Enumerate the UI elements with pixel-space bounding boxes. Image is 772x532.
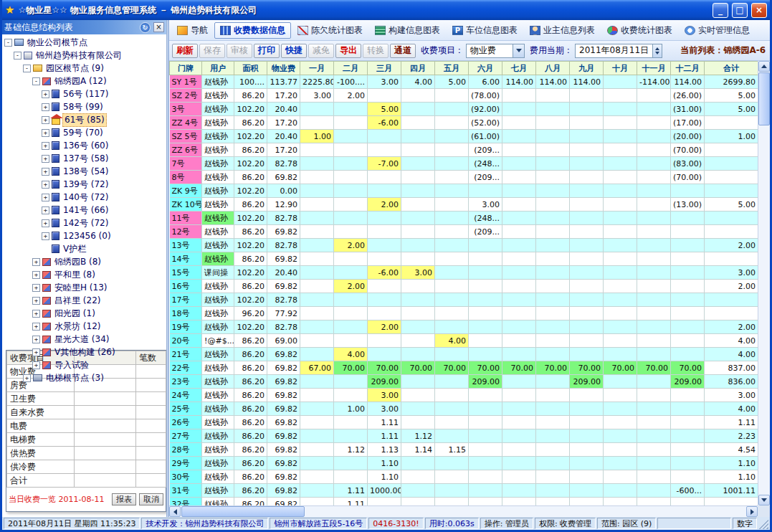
user-cell[interactable]: 赵钱孙 bbox=[202, 212, 234, 225]
month-cell[interactable]: -600... bbox=[671, 484, 705, 498]
month-cell[interactable]: (31.00) bbox=[671, 103, 705, 116]
tree-item[interactable]: +平和里 (8) bbox=[2, 268, 166, 281]
month-cell[interactable]: -6.00 bbox=[368, 266, 401, 280]
month-cell[interactable] bbox=[604, 252, 637, 266]
user-cell[interactable]: 赵钱孙 bbox=[202, 470, 234, 484]
month-cell[interactable] bbox=[300, 334, 334, 348]
month-cell[interactable] bbox=[300, 212, 334, 225]
month-cell[interactable] bbox=[401, 470, 435, 484]
expand-icon[interactable]: + bbox=[42, 168, 49, 176]
area-cell[interactable]: 86.20 bbox=[234, 280, 267, 293]
tree-item[interactable]: +安睦里H (13) bbox=[2, 281, 166, 294]
expand-icon[interactable]: + bbox=[42, 206, 49, 214]
month-cell[interactable] bbox=[536, 375, 570, 389]
month-cell[interactable] bbox=[502, 184, 536, 198]
month-cell[interactable]: 70.00 bbox=[334, 361, 368, 375]
month-cell[interactable] bbox=[604, 171, 637, 184]
fee-cell[interactable]: 69.82 bbox=[267, 280, 300, 293]
column-header[interactable]: 用户 bbox=[202, 62, 234, 75]
fee-cell[interactable]: 69.82 bbox=[267, 348, 300, 361]
month-cell[interactable] bbox=[536, 252, 570, 266]
month-cell[interactable]: (26.00) bbox=[671, 89, 705, 103]
month-cell[interactable] bbox=[502, 171, 536, 184]
date-spinner[interactable] bbox=[652, 44, 662, 57]
month-cell[interactable] bbox=[469, 443, 502, 457]
door-cell[interactable]: SZ 5号 bbox=[170, 130, 202, 143]
month-cell[interactable] bbox=[401, 103, 435, 116]
total-cell[interactable] bbox=[705, 498, 758, 506]
month-cell[interactable] bbox=[368, 334, 401, 348]
resize-grip[interactable] bbox=[758, 518, 768, 529]
month-cell[interactable]: 70.00 bbox=[502, 361, 536, 375]
door-cell[interactable]: 7号 bbox=[170, 157, 202, 171]
month-cell[interactable]: (92.00) bbox=[469, 103, 502, 116]
month-cell[interactable] bbox=[300, 171, 334, 184]
tab-fee-data[interactable]: 收费数据信息 bbox=[214, 22, 291, 39]
grid-row[interactable]: SZ 5号赵钱孙102.2020.401.00(61.00)(20.00)1.0… bbox=[170, 130, 758, 143]
month-cell[interactable] bbox=[334, 293, 368, 307]
month-cell[interactable] bbox=[536, 103, 570, 116]
total-cell[interactable]: 2.00 bbox=[705, 280, 758, 293]
month-cell[interactable] bbox=[502, 402, 536, 416]
month-cell[interactable]: 1.10 bbox=[368, 470, 401, 484]
month-cell[interactable] bbox=[502, 266, 536, 280]
month-cell[interactable]: 114.00 bbox=[536, 75, 570, 89]
month-cell[interactable] bbox=[502, 307, 536, 320]
area-cell[interactable]: 86.20 bbox=[234, 443, 267, 457]
month-cell[interactable] bbox=[401, 89, 435, 103]
month-cell[interactable] bbox=[368, 498, 401, 506]
month-cell[interactable] bbox=[536, 484, 570, 498]
print-button[interactable]: 打印 bbox=[254, 44, 280, 58]
month-cell[interactable] bbox=[435, 130, 469, 143]
fee-cell[interactable]: 77.92 bbox=[267, 307, 300, 320]
total-cell[interactable]: 1001.11 bbox=[705, 484, 758, 498]
month-cell[interactable]: 70.00 bbox=[570, 361, 604, 375]
month-cell[interactable] bbox=[536, 307, 570, 320]
month-cell[interactable] bbox=[469, 184, 502, 198]
area-cell[interactable]: 86.20 bbox=[234, 361, 267, 375]
expand-icon[interactable]: + bbox=[42, 232, 49, 240]
month-cell[interactable] bbox=[300, 484, 334, 498]
total-cell[interactable] bbox=[705, 157, 758, 171]
user-cell[interactable]: 赵钱孙 bbox=[202, 375, 234, 389]
month-cell[interactable] bbox=[637, 225, 671, 239]
month-cell[interactable] bbox=[435, 266, 469, 280]
month-cell[interactable] bbox=[334, 143, 368, 157]
month-cell[interactable] bbox=[469, 280, 502, 293]
month-cell[interactable] bbox=[536, 239, 570, 252]
tree-item[interactable]: +导入试验 bbox=[2, 358, 166, 371]
month-cell[interactable] bbox=[334, 416, 368, 429]
column-header[interactable]: 七月 bbox=[502, 62, 536, 75]
month-cell[interactable] bbox=[637, 89, 671, 103]
save-button[interactable]: 保存 bbox=[199, 44, 225, 58]
month-cell[interactable] bbox=[637, 443, 671, 457]
month-cell[interactable] bbox=[401, 280, 435, 293]
grid-row[interactable]: 21号赵钱孙86.2069.824.004.00 bbox=[170, 348, 758, 361]
month-cell[interactable] bbox=[469, 470, 502, 484]
fee-row[interactable]: 卫生费 bbox=[7, 392, 166, 406]
month-cell[interactable]: (209... bbox=[469, 143, 502, 157]
month-cell[interactable] bbox=[435, 143, 469, 157]
month-cell[interactable]: 3.00 bbox=[469, 198, 502, 212]
grid-row[interactable]: 24号赵钱孙86.2069.823.003.00 bbox=[170, 389, 758, 402]
month-cell[interactable] bbox=[604, 266, 637, 280]
month-cell[interactable] bbox=[368, 212, 401, 225]
user-cell[interactable]: !@#$... bbox=[202, 334, 234, 348]
month-cell[interactable] bbox=[502, 130, 536, 143]
door-cell[interactable]: 8号 bbox=[170, 171, 202, 184]
total-cell[interactable]: 5.00 bbox=[705, 103, 758, 116]
month-cell[interactable] bbox=[536, 184, 570, 198]
month-cell[interactable] bbox=[671, 239, 705, 252]
tree-item[interactable]: +137号 (58) bbox=[2, 152, 166, 165]
column-header[interactable]: 物业费 bbox=[267, 62, 300, 75]
grid-row[interactable]: 18号赵钱孙96.2077.92 bbox=[170, 307, 758, 320]
fee-cell[interactable]: 82.78 bbox=[267, 293, 300, 307]
month-cell[interactable] bbox=[536, 225, 570, 239]
month-cell[interactable] bbox=[637, 307, 671, 320]
collapse-icon[interactable]: - bbox=[23, 65, 31, 72]
month-cell[interactable] bbox=[671, 280, 705, 293]
month-cell[interactable] bbox=[671, 457, 705, 470]
month-cell[interactable] bbox=[570, 498, 604, 506]
fee-row[interactable]: 合计 bbox=[7, 474, 166, 488]
month-cell[interactable] bbox=[401, 225, 435, 239]
